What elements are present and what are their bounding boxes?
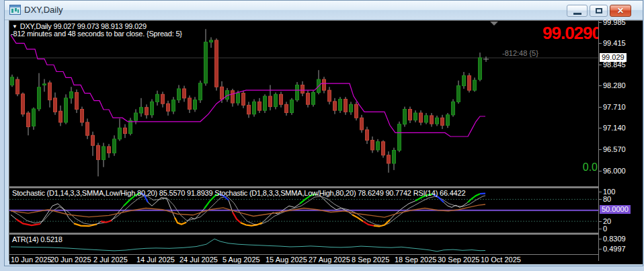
date-axis-label: 18 Sep 2025: [395, 256, 436, 264]
stoch-axis-label: 80: [603, 195, 611, 203]
atr-axis-label-tick: [599, 249, 602, 249]
date-axis-label: 15 Aug 2025: [266, 256, 307, 264]
price-axis-label: 96.000: [603, 167, 626, 175]
price-axis-label-tick: [599, 107, 602, 108]
current-price-display: 99.0290: [542, 23, 601, 44]
price-axis-label: 99.415: [603, 39, 626, 47]
date-axis-label: 24 Jul 2025: [179, 256, 218, 264]
close-button[interactable]: ✕: [610, 5, 631, 17]
price-axis-label-tick: [599, 128, 602, 128]
price-axis-label: 97.140: [603, 124, 626, 132]
atr-axis-label: 0.8309: [603, 235, 626, 243]
price-axis-label: 96.570: [603, 145, 626, 153]
date-axis-label: 14 Jul 2025: [136, 256, 175, 264]
date-axis-label: 20 Jun 2025: [50, 256, 91, 264]
minimize-button[interactable]: [567, 5, 588, 17]
stochastic-header: Stochastic (D1,14,3,3,SMMA,Low/High,80,2…: [12, 189, 465, 197]
current-price-axis-label: 99.029: [600, 53, 627, 62]
date-axis-label: 8 Sep 2025: [352, 256, 389, 264]
date-axis-label: 2 Jul 2025: [93, 256, 128, 264]
candlestick-chart: [9, 21, 602, 186]
price-axis-label-tick: [599, 149, 602, 150]
chart-area[interactable]: ▼DXY,Daily 99.027 99.073 98.913 99.029 -…: [9, 20, 643, 261]
bar-countdown-text: -812 minutes and 48 seconds to bar close…: [11, 30, 182, 38]
date-axis-label: 10 Jun 2025: [11, 256, 52, 264]
price-axis-label-tick: [599, 171, 602, 171]
main-price-panel[interactable]: ▼DXY,Daily 99.027 99.073 98.913 99.029 -…: [9, 21, 643, 186]
price-axis-label-tick: [599, 65, 602, 65]
stoch-axis-label-tick: [599, 221, 602, 222]
atr-axis-label: 0.4997: [603, 245, 626, 253]
date-axis-label: 5 Aug 2025: [223, 256, 260, 264]
stoch-level50-label: 50.0000: [600, 205, 631, 214]
panel-separator[interactable]: [9, 233, 643, 235]
atr-panel[interactable]: ATR(14) 0.5218: [9, 235, 643, 254]
window-titlebar[interactable]: DXY,Daily ✕: [5, 1, 643, 20]
atr-axis-label-tick: [599, 239, 602, 239]
panel-separator[interactable]: [9, 186, 643, 188]
minimize-icon: [573, 13, 581, 15]
window-controls: ✕: [567, 5, 631, 17]
stoch-axis-label-tick: [599, 229, 602, 229]
price-axis-label-tick: [599, 43, 602, 44]
window-title: DXY,Daily: [24, 5, 63, 15]
price-axis-label-tick: [599, 22, 602, 23]
price-axis-label: 97.710: [603, 103, 626, 111]
dropdown-triangle-icon[interactable]: ▼: [12, 24, 17, 30]
countdown-marker: -812:48 {5}: [502, 49, 538, 57]
date-axis-label: 10 Oct 2025: [481, 256, 521, 264]
date-axis-label: 30 Sep 2025: [438, 256, 479, 264]
maximize-icon: [596, 8, 602, 13]
date-axis-label: 27 Aug 2025: [309, 256, 350, 264]
date-axis[interactable]: 10 Jun 202520 Jun 20252 Jul 202514 Jul 2…: [9, 254, 643, 264]
atr-header: ATR(14) 0.5218: [12, 235, 63, 243]
price-axis-label: 98.280: [603, 81, 626, 89]
chart-window-icon: [9, 5, 21, 15]
price-axis-label: 99.985: [603, 18, 626, 26]
chart-window: DXY,Daily ✕ ▼DXY,Daily 99.027 99.073 98.…: [4, 0, 643, 266]
stoch-axis-label-tick: [599, 199, 602, 200]
atr-chart: [9, 235, 602, 254]
price-axis-label-tick: [599, 85, 602, 86]
stochastic-panel[interactable]: Stochastic (D1,14,3,3,SMMA,Low/High,80,2…: [9, 188, 643, 233]
close-icon: ✕: [617, 7, 624, 15]
price-axis[interactable]: 99.98599.41598.84598.28097.71097.14096.5…: [598, 21, 643, 261]
stoch-axis-label-tick: [599, 192, 602, 192]
profit-label: 0.0: [583, 161, 598, 173]
stoch-axis-label: 0: [603, 225, 607, 233]
maximize-button[interactable]: [590, 5, 608, 17]
